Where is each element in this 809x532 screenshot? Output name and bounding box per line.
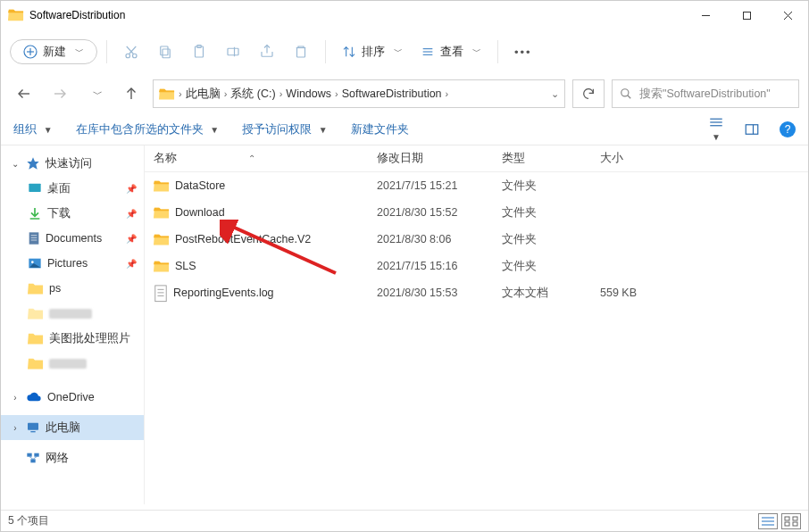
folder-icon [28,331,44,345]
svg-rect-58 [785,517,789,520]
pin-icon: 📌 [126,234,137,244]
chevron-down-icon: ﹀ [472,46,481,58]
sidebar-item-thispc[interactable]: ›此电脑 [1,415,144,440]
file-list: 名称⌃ 修改日期 类型 大小 DataStore 2021/7/15 15:21… [144,145,808,504]
col-date[interactable]: 修改日期 [368,151,493,166]
pin-icon: 📌 [126,259,137,269]
paste-button[interactable] [184,37,214,67]
more-button[interactable]: ••• [507,37,539,67]
maximize-button[interactable] [726,1,767,29]
col-name[interactable]: 名称⌃ [145,151,368,166]
folder-icon [159,87,175,101]
folder-icon [28,306,44,320]
pin-icon: 📌 [126,184,137,194]
col-size[interactable]: 大小 [591,151,680,166]
chevron-down-icon[interactable]: ⌄ [551,88,559,100]
svg-rect-42 [28,423,38,430]
address-bar[interactable]: › 此电脑 › 系统 (C:) › Windows › SoftwareDist… [153,79,565,108]
chevron-right-icon[interactable]: › [335,88,338,99]
close-button[interactable] [767,1,808,29]
breadcrumb[interactable]: Windows [286,87,331,100]
file-row[interactable]: PostRebootEventCache.V2 2021/8/30 8:06 文… [145,226,808,253]
refresh-button[interactable] [572,79,605,108]
thumbnails-view-button[interactable] [781,513,801,529]
sort-asc-icon: ⌃ [248,154,255,163]
sidebar-item-desktop[interactable]: 桌面📌 [1,176,144,201]
svg-rect-46 [30,459,35,462]
svg-line-47 [29,457,33,460]
chevron-right-icon[interactable]: › [179,88,182,99]
svg-rect-59 [793,517,797,520]
svg-rect-32 [746,124,758,134]
include-library-menu[interactable]: 在库中包含所选的文件夹 ▼ [76,121,220,137]
up-button[interactable] [117,79,146,108]
search-input[interactable]: 搜索"SoftwareDistribution" [612,79,799,108]
new-folder-button[interactable]: 新建文件夹 [351,121,409,137]
chevron-right-icon[interactable]: › [224,88,228,99]
svg-rect-11 [163,49,170,58]
details-view-button[interactable] [758,513,778,529]
sidebar-item-network[interactable]: ›网络 [1,445,144,470]
svg-point-7 [126,54,130,58]
svg-rect-44 [27,453,31,457]
search-placeholder: 搜索"SoftwareDistribution" [639,87,771,102]
breadcrumb[interactable]: 此电脑 [186,87,221,102]
organize-menu[interactable]: 组织 ▼ [13,121,53,137]
sidebar-item-blurred[interactable] [1,301,144,326]
chevron-right-icon[interactable]: › [279,88,283,99]
delete-button[interactable] [286,37,316,67]
status-count: 5 个项目 [8,513,49,528]
sidebar-item-documents[interactable]: Documents📌 [1,226,144,251]
minimize-button[interactable] [685,1,726,29]
forward-button[interactable] [46,79,74,108]
sort-button[interactable]: 排序 ﹀ [335,37,410,67]
chevron-right-icon[interactable]: › [10,393,21,403]
folder-icon [28,281,44,295]
sidebar-item-onedrive[interactable]: ›OneDrive [1,385,144,410]
toolbar: 新建 ﹀ 排序 ﹀ 查看 ﹀ ••• [1,29,808,74]
folder-icon [154,232,170,246]
svg-rect-12 [161,46,168,55]
file-row[interactable]: DataStore 2021/7/15 15:21 文件夹 [145,172,808,199]
view-button[interactable]: 查看 ﹀ [413,37,488,67]
new-button[interactable]: 新建 ﹀ [10,39,97,64]
svg-rect-61 [793,522,797,526]
breadcrumb[interactable]: 系统 (C:) [230,87,275,102]
sidebar-item-downloads[interactable]: 下载📌 [1,201,144,226]
chevron-right-icon[interactable]: › [10,423,21,433]
preview-pane-button[interactable] [744,122,760,137]
svg-rect-45 [34,453,38,457]
chevron-right-icon[interactable]: › [446,88,449,99]
svg-rect-18 [297,48,305,58]
sidebar-item-pictures[interactable]: Pictures📌 [1,251,144,276]
desktop-icon [28,182,42,195]
help-button[interactable]: ? [780,121,796,137]
toolbar-separator [325,40,326,63]
grant-access-menu[interactable]: 授予访问权限 ▼ [242,121,328,137]
file-row[interactable]: Download 2021/8/30 15:52 文件夹 [145,199,808,226]
sidebar-label: 快速访问 [46,156,92,171]
breadcrumb[interactable]: SoftwareDistribution [342,87,442,100]
file-row[interactable]: SLS 2021/7/15 15:16 文件夹 [145,253,808,279]
sidebar-item-blurred[interactable] [1,351,144,376]
search-icon [620,87,632,100]
folder-icon [8,7,24,23]
toolbar-separator [497,40,498,63]
quick-access[interactable]: ⌄ 快速访问 [1,151,144,176]
file-row[interactable]: ReportingEvents.log 2021/8/30 15:53 文本文档… [145,279,808,306]
back-button[interactable] [10,79,38,108]
cut-button[interactable] [116,37,146,67]
col-type[interactable]: 类型 [493,151,591,166]
download-icon [28,206,42,220]
sidebar-item-meitu[interactable]: 美图批处理照片 [1,326,144,351]
share-button[interactable] [252,37,282,67]
sidebar-item-ps[interactable]: ps [1,276,144,301]
svg-marker-34 [27,157,38,169]
svg-point-41 [31,261,34,263]
view-options-button[interactable]: ▼ [708,115,724,143]
chevron-down-icon[interactable]: ⌄ [10,159,21,169]
recent-button[interactable]: ﹀ [81,79,110,108]
network-icon [26,452,40,464]
copy-button[interactable] [150,37,180,67]
rename-button[interactable] [218,37,248,67]
